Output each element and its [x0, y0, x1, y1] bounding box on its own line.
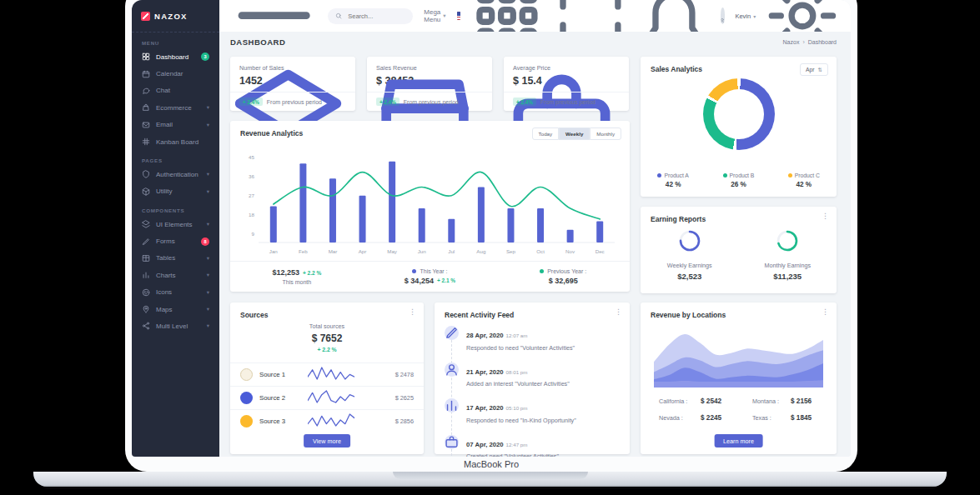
kebab-menu-icon[interactable] — [615, 308, 622, 316]
search-input[interactable] — [346, 12, 410, 21]
sidebar-item-multi-level[interactable]: Multi Level — [132, 318, 219, 334]
revenue-this-month: $12,253 + 2.2 % This month — [230, 262, 364, 292]
sidebar-item-utility[interactable]: Utility — [132, 183, 219, 200]
revenue-this-year: This Year : $ 34,254 + 2.1 % — [364, 262, 497, 292]
trend-badge: + 2.4% — [513, 98, 536, 106]
sidebar-section-components: COMPONENTS — [132, 200, 219, 216]
sidebar-item-email[interactable]: Email — [132, 117, 219, 133]
source-2-sparkline — [308, 388, 354, 408]
svg-text:9: 9 — [252, 231, 255, 237]
svg-text:Mar: Mar — [329, 248, 338, 254]
monthly-earnings-radial — [775, 228, 800, 257]
tab-weekly[interactable]: Weekly — [559, 128, 590, 140]
table-icon — [142, 254, 150, 262]
sources-title: Sources — [240, 311, 269, 319]
map-pin-icon — [142, 305, 150, 313]
laptop-chin: MacBook Pro — [125, 457, 857, 472]
kebab-menu-icon[interactable] — [409, 308, 416, 316]
revenue-analytics-title: Revenue Analytics — [240, 129, 303, 138]
revenue-locations-title: Revenue by Locations — [651, 311, 726, 319]
envelope-icon — [142, 121, 150, 129]
main-content: DASHBOARD Nazox › Dashboard Number of Sa… — [219, 32, 851, 457]
app-logo[interactable]: NAZOX — [132, 0, 219, 32]
svg-text:May: May — [387, 248, 398, 254]
learn-more-button[interactable]: Learn more — [714, 434, 763, 448]
svg-text:Nov: Nov — [565, 248, 575, 254]
kebab-menu-icon[interactable] — [822, 308, 829, 316]
sidebar-item-calendar[interactable]: Calendar — [132, 65, 219, 82]
source-1-sparkline — [308, 365, 354, 385]
sidebar-item-ecommerce[interactable]: Ecommerce — [132, 99, 219, 116]
earning-reports-card: Earning Reports Weekly Earnings $2,523 M… — [641, 207, 837, 293]
source-list: Source 1 $ 2478 Source 2 $ 2625 — [230, 362, 424, 432]
dashboard-app: NAZOX MENU Dashboard 3 Calendar Chat — [132, 0, 851, 457]
source-row-3[interactable]: Source 3 $ 2856 — [230, 409, 424, 432]
period-select[interactable]: Apr — [800, 63, 828, 76]
svg-text:Jun: Jun — [418, 248, 427, 254]
pen-icon — [445, 326, 459, 340]
tab-monthly[interactable]: Monthly — [590, 128, 621, 140]
svg-text:Jul: Jul — [448, 248, 455, 254]
legend-product-a: Product A 42 % — [641, 172, 706, 188]
laptop-notch — [393, 472, 588, 479]
trend-badge: + 2.4% — [239, 98, 263, 106]
sidebar-item-chat[interactable]: Chat — [132, 82, 219, 99]
user-menu[interactable]: Kevin — [735, 12, 756, 20]
breadcrumb-separator: › — [802, 39, 804, 45]
donut-legend: Product A 42 % Product B 26 % Product C … — [641, 172, 837, 188]
sidebar-item-maps[interactable]: Maps — [132, 301, 219, 318]
stat-card-number-of-sales: Number of Sales 1452 + 2.4% From previou… — [230, 57, 355, 111]
product-b-dot — [723, 173, 727, 178]
sales-analytics-title: Sales Analytics — [651, 65, 702, 73]
svg-text:18: 18 — [249, 212, 254, 218]
product-c-dot — [788, 173, 792, 178]
page-title: DASHBOARD — [230, 38, 285, 47]
kebab-menu-icon[interactable] — [822, 212, 829, 220]
svg-text:27: 27 — [249, 192, 254, 198]
share-icon — [142, 322, 150, 330]
svg-text:Aug: Aug — [476, 248, 486, 254]
monthly-earnings: Monthly Earnings $11,235 — [739, 228, 837, 281]
sidebar-item-tables[interactable]: Tables — [132, 250, 219, 267]
source-row-1[interactable]: Source 1 $ 2478 — [230, 362, 424, 386]
revenue-by-locations-card: Revenue by Locations California : $ 2542… — [641, 302, 837, 454]
tab-today[interactable]: Today — [532, 128, 560, 140]
language-flag-icon[interactable] — [457, 12, 460, 20]
revenue-analytics-card: Revenue Analytics Today Weekly Monthly 9… — [230, 121, 630, 292]
source-3-icon — [240, 415, 253, 428]
sidebar-item-forms[interactable]: Forms 8 — [132, 232, 219, 249]
sidebar-item-authentication[interactable]: Authentication — [132, 166, 219, 182]
user-avatar[interactable] — [721, 8, 726, 24]
sidebar-item-ui-elements[interactable]: UI Elements — [132, 216, 219, 232]
view-more-button[interactable]: View more — [304, 434, 350, 448]
topbar: Mega Menu Kevin — [219, 0, 851, 32]
svg-text:Feb: Feb — [299, 248, 308, 254]
weekly-earnings-radial — [677, 228, 702, 257]
pen-icon — [142, 238, 150, 246]
breadcrumb-home[interactable]: Nazox — [783, 39, 800, 45]
sidebar-item-kanban-board[interactable]: Kanban Board — [132, 133, 219, 150]
sidebar-item-charts[interactable]: Charts — [132, 267, 219, 283]
sources-card: Sources Total sources $ 7652 + 2.2 % Sou… — [230, 302, 424, 454]
logo-text: NAZOX — [154, 12, 188, 21]
trend-badge: + 2.4% — [376, 98, 400, 106]
svg-text:36: 36 — [249, 173, 254, 179]
sidebar-section-menu: MENU — [132, 32, 219, 48]
source-row-2[interactable]: Source 2 $ 2625 — [230, 386, 424, 409]
dashboard-icon — [142, 52, 150, 61]
product-a-dot — [657, 173, 661, 178]
location-stats: California : $ 2542 Montana : $ 2156 Nev… — [659, 398, 827, 422]
mega-menu-button[interactable]: Mega Menu — [424, 8, 445, 23]
laptop-screen: NAZOX MENU Dashboard 3 Calendar Chat — [125, 0, 857, 472]
svg-text:Oct: Oct — [536, 248, 545, 254]
legend-product-c: Product C 42 % — [771, 172, 837, 188]
svg-text:Jan: Jan — [269, 248, 279, 254]
laptop-base — [33, 472, 947, 487]
sidebar-item-icons[interactable]: Icons — [132, 284, 219, 301]
previous-year-dot — [540, 269, 544, 273]
user-icon — [445, 362, 459, 377]
this-year-dot — [412, 269, 416, 273]
sidebar-item-dashboard[interactable]: Dashboard 3 — [132, 48, 219, 65]
stat-card-sales-revenue: Sales Revenue $ 38452 + 2.4% From previo… — [367, 57, 492, 111]
search-box[interactable] — [328, 8, 413, 24]
